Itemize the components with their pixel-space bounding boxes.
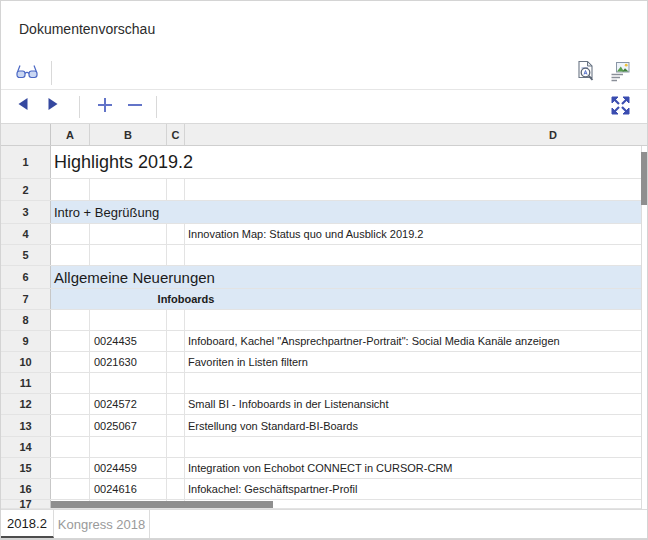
- tab-2018-2[interactable]: 2018.2: [1, 510, 54, 538]
- tab-label: 2018.2: [7, 516, 47, 531]
- cell-b: 0025067: [90, 415, 167, 436]
- vertical-scrollbar-thumb[interactable]: [641, 152, 647, 205]
- table-row: 3Intro + Begrüßung: [1, 201, 641, 224]
- section-band-text: Infoboards: [51, 293, 321, 305]
- page-title: Dokumentenvorschau: [19, 21, 155, 37]
- zoom-in-button[interactable]: [93, 95, 117, 119]
- row-number: 16: [1, 479, 51, 499]
- cell-d: Innovation Map: Status quo und Ausblick …: [185, 224, 641, 244]
- cell-d: Favoriten in Listen filtern: [185, 352, 641, 372]
- row-number: 13: [1, 415, 51, 436]
- expand-icon: [611, 96, 630, 119]
- cell-d: [185, 310, 641, 330]
- next-page-button[interactable]: [45, 97, 61, 115]
- toolbar-separator: [156, 96, 157, 118]
- table-row: 4Innovation Map: Status quo und Ausblick…: [1, 224, 641, 245]
- table-row: 8: [1, 310, 641, 331]
- row-number: 10: [1, 352, 51, 372]
- section-band-text: Allgemeine Neuerungen: [54, 269, 215, 286]
- cell-b: 0024459: [90, 458, 167, 478]
- cell-c: [167, 415, 185, 436]
- row-number: 4: [1, 224, 51, 244]
- cell-b: 0024572: [90, 394, 167, 414]
- cell-d: [185, 245, 641, 265]
- row-number: 17: [1, 500, 51, 508]
- table-row: 150024459Integration von Echobot CONNECT…: [1, 458, 641, 479]
- arrow-left-icon: [17, 97, 29, 115]
- minus-icon: [126, 96, 144, 118]
- cell-c: [167, 437, 185, 457]
- cell-a: [51, 310, 90, 330]
- horizontal-scrollbar-thumb[interactable]: [51, 501, 273, 508]
- toolbar-navigation: [1, 90, 647, 124]
- row-number: 1: [1, 146, 51, 178]
- cell-a: [51, 179, 90, 200]
- row-number: 6: [1, 266, 51, 288]
- cell-a: [51, 394, 90, 414]
- table-row: 90024435Infoboard, Kachel "Ansprechpartn…: [1, 331, 641, 352]
- sheet-title-text: Highlights 2019.2: [54, 152, 193, 173]
- column-header-c: C: [167, 124, 185, 145]
- table-row: 7Infoboards: [1, 289, 641, 310]
- table-row: 160024616Infokachel: Geschäftspartner-Pr…: [1, 479, 641, 500]
- cell-b: [90, 245, 167, 265]
- print-preview-button[interactable]: [574, 61, 598, 86]
- table-row: 2: [1, 179, 641, 201]
- toolbar-top: [1, 57, 647, 90]
- table-row: 6Allgemeine Neuerungen: [1, 266, 641, 289]
- column-header-a: A: [51, 124, 90, 145]
- column-header-d-label: D: [549, 129, 557, 141]
- table-row: 1Highlights 2019.2: [1, 146, 641, 179]
- row-number: 3: [1, 201, 51, 223]
- cell-a: [51, 245, 90, 265]
- row-number: 9: [1, 331, 51, 351]
- cell-b: [90, 224, 167, 244]
- cell-c: [167, 224, 185, 244]
- column-header-b: B: [90, 124, 167, 145]
- table-row: 5: [1, 245, 641, 266]
- cell-a: [51, 331, 90, 351]
- row-number: 8: [1, 310, 51, 330]
- previous-page-button[interactable]: [15, 97, 31, 115]
- preview-zoom-icon: [576, 60, 596, 87]
- cell-a: [51, 415, 90, 436]
- table-row: 120024572Small BI - Infoboards in der Li…: [1, 394, 641, 415]
- zoom-out-button[interactable]: [123, 95, 147, 119]
- row-number: 12: [1, 394, 51, 414]
- table-row: 100021630Favoriten in Listen filtern: [1, 352, 641, 373]
- cell-d: Integration von Echobot CONNECT in CURSO…: [185, 458, 641, 478]
- cell-a: [51, 224, 90, 244]
- section-band-text: Intro + Begrüßung: [54, 205, 159, 220]
- cell-a: [51, 373, 90, 393]
- image-report-button[interactable]: [608, 62, 632, 85]
- grid-rows: 1Highlights 2019.223Intro + Begrüßung4In…: [1, 146, 641, 509]
- cell-c: [167, 245, 185, 265]
- cell-b: [90, 310, 167, 330]
- fullscreen-button[interactable]: [609, 96, 631, 118]
- grid-corner: [1, 124, 51, 145]
- arrow-right-icon: [47, 97, 59, 115]
- cell-a: [51, 352, 90, 372]
- row-number: 5: [1, 245, 51, 265]
- cell-c: [167, 373, 185, 393]
- cell-b: [90, 179, 167, 200]
- reading-view-button[interactable]: [13, 62, 41, 84]
- glasses-icon: [15, 63, 39, 84]
- table-row: 11: [1, 373, 641, 394]
- cell-c: [167, 352, 185, 372]
- sheet-tab-bar: 2018.2 Kongress 2018: [1, 509, 647, 539]
- cell-c: [167, 310, 185, 330]
- cell-a: [51, 437, 90, 457]
- cell-d: Small BI - Infoboards in der Listenansic…: [185, 394, 641, 414]
- cell-b: 0021630: [90, 352, 167, 372]
- cell-d: [185, 373, 641, 393]
- cell-d: Infoboard, Kachel "Ansprechpartner-Portr…: [185, 331, 641, 351]
- cell-c: [167, 479, 185, 499]
- column-header-d: D: [185, 124, 647, 145]
- cell-c: [167, 179, 185, 200]
- cell-c: [167, 394, 185, 414]
- tab-kongress-2018[interactable]: Kongress 2018: [54, 510, 150, 538]
- tab-label: Kongress 2018: [58, 517, 145, 532]
- table-row: 14: [1, 437, 641, 458]
- row-number: 11: [1, 373, 51, 393]
